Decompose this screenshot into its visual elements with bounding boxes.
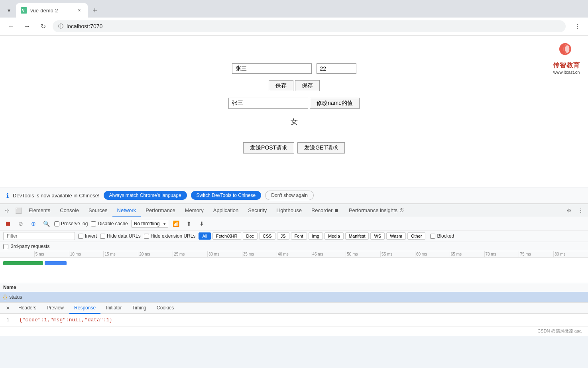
filter-chip-ws[interactable]: WS — [370, 232, 385, 240]
search-button[interactable]: 🔍 — [41, 219, 51, 228]
line-number: 1 — [6, 317, 14, 323]
address-bar: ← → ↻ ⓘ localhost:7070 ⋮ — [0, 18, 588, 35]
response-tab-bar: × Headers Preview Response Initiator Tim… — [0, 303, 588, 314]
devtools-device-icon[interactable]: ⬜ — [13, 205, 24, 216]
tab-performance[interactable]: Performance — [141, 204, 180, 217]
filter-chip-media[interactable]: Media — [324, 232, 344, 240]
disable-cache-label[interactable]: Disable cache — [91, 221, 128, 226]
line-code: {"code":1,"msg":null,"data":1} — [19, 317, 112, 323]
tab-recorder[interactable]: Recorder ⏺ — [307, 204, 344, 217]
devtools-more-icon[interactable]: ⋮ — [575, 205, 586, 216]
dont-show-again-button[interactable]: Don't show again — [265, 191, 314, 200]
wifi-icon-button[interactable]: 📶 — [171, 219, 181, 228]
tick-5ms: 5 ms — [34, 251, 69, 257]
filter-chip-other[interactable]: Other — [407, 232, 426, 240]
tab-lighthouse[interactable]: Lighthouse — [271, 204, 307, 217]
save-button-2[interactable]: 保存 — [295, 80, 320, 91]
throttle-select[interactable]: No throttling — [131, 220, 168, 228]
network-table-row[interactable]: {} status — [0, 292, 588, 302]
filter-chip-all[interactable]: All — [199, 232, 210, 240]
extensions: ⋮ — [569, 21, 583, 32]
filter-chip-manifest[interactable]: Manifest — [345, 232, 369, 240]
logo-brand-text: 传智教育 — [553, 61, 580, 70]
age-input[interactable] — [317, 63, 356, 74]
gender-display: 女 — [291, 117, 298, 126]
filter-chip-css[interactable]: CSS — [259, 232, 275, 240]
filter-chip-img[interactable]: Img — [309, 232, 323, 240]
tab-sources[interactable]: Sources — [84, 204, 112, 217]
third-party-checkbox[interactable] — [3, 244, 8, 249]
hide-data-urls-label[interactable]: Hide data URLs — [100, 233, 141, 239]
preserve-log-label[interactable]: Preserve log — [54, 221, 88, 226]
switch-chinese-button[interactable]: Switch DevTools to Chinese — [191, 191, 262, 200]
lock-icon: ⓘ — [58, 23, 63, 30]
tab-memory[interactable]: Memory — [180, 204, 208, 217]
response-tab-cookies[interactable]: Cookies — [152, 303, 179, 314]
tab-bar: ▾ V vue-demo-2 × + — [0, 0, 588, 18]
match-language-button[interactable]: Always match Chrome's language — [104, 191, 187, 200]
filter-chip-fetchxhr[interactable]: Fetch/XHR — [212, 232, 241, 240]
hide-ext-urls-checkbox[interactable] — [144, 234, 149, 239]
tick-0 — [0, 251, 34, 257]
tab-elements[interactable]: Elements — [24, 204, 55, 217]
invert-label[interactable]: Invert — [78, 233, 97, 239]
blocked-checkbox[interactable] — [430, 234, 435, 239]
record-stop-button[interactable]: ⏹ — [3, 219, 13, 228]
get-button[interactable]: 发送GET请求 — [297, 142, 345, 153]
post-button[interactable]: 发送POST请求 — [243, 142, 294, 153]
clear-button[interactable]: ⊘ — [16, 219, 26, 228]
response-tab-response[interactable]: Response — [69, 303, 100, 314]
filter-chip-font[interactable]: Font — [291, 232, 307, 240]
response-tab-timing[interactable]: Timing — [127, 303, 151, 314]
name-input[interactable] — [232, 63, 312, 74]
tab-application[interactable]: Application — [208, 204, 244, 217]
devtools-settings-icon[interactable]: ⚙ — [563, 205, 574, 216]
tick-20ms: 20 ms — [138, 251, 173, 257]
filter-chip-wasm[interactable]: Wasm — [386, 232, 406, 240]
response-tab-initiator[interactable]: Initiator — [101, 303, 126, 314]
tick-50ms: 50 ms — [346, 251, 380, 257]
response-tab-preview[interactable]: Preview — [42, 303, 69, 314]
response-tab-headers[interactable]: Headers — [14, 303, 41, 314]
disable-cache-checkbox[interactable] — [91, 221, 96, 226]
tick-80ms: 80 ms — [553, 251, 588, 257]
save-button-1[interactable]: 保存 — [269, 80, 293, 91]
download-icon-button[interactable]: ⬇ — [197, 219, 206, 228]
tab-close-button[interactable]: × — [76, 7, 83, 14]
tab-performance-insights[interactable]: Performance insights ⏱ — [344, 204, 409, 217]
forward-button[interactable]: → — [21, 20, 33, 33]
devtools-inspect-icon[interactable]: ⊹ — [2, 205, 13, 216]
extension-button[interactable]: ⋮ — [572, 21, 583, 32]
new-tab-button[interactable]: + — [89, 5, 100, 16]
bottom-bar-text: CSDN @清风微凉 aaa — [537, 329, 582, 333]
tab-security[interactable]: Security — [243, 204, 271, 217]
filter-icon-button[interactable]: ⊕ — [29, 219, 38, 228]
active-tab[interactable]: V vue-demo-2 × — [16, 3, 88, 18]
refresh-button[interactable]: ↻ — [37, 20, 49, 33]
devtools-tool-buttons: ⚙ ⋮ — [563, 205, 586, 216]
back-button[interactable]: ← — [5, 20, 18, 33]
url-bar[interactable]: ⓘ localhost:7070 — [53, 20, 566, 32]
response-close-button[interactable]: × — [3, 303, 13, 313]
bar-row-1 — [3, 261, 585, 266]
invert-checkbox[interactable] — [78, 234, 83, 239]
hide-ext-urls-label[interactable]: Hide extension URLs — [144, 233, 196, 239]
tab-console[interactable]: Console — [55, 204, 84, 217]
blocked-label[interactable]: Blocked — [430, 233, 454, 239]
tab-list-button[interactable]: ▾ — [3, 5, 14, 16]
logo-area: 传智教育 www.itcast.cn — [553, 39, 580, 75]
name-input-2[interactable] — [228, 98, 308, 109]
tick-45ms: 45 ms — [311, 251, 346, 257]
modify-name-button[interactable]: 修改name的值 — [310, 98, 360, 109]
filter-input[interactable] — [3, 232, 75, 240]
devtools-tab-bar: ⊹ ⬜ Elements Console Sources Network Per… — [0, 204, 588, 217]
hide-data-urls-checkbox[interactable] — [100, 234, 105, 239]
network-row-name: status — [9, 294, 22, 300]
filter-chip-js[interactable]: JS — [277, 232, 289, 240]
tab-network[interactable]: Network — [112, 204, 141, 217]
timeline-bars — [0, 258, 588, 269]
devtools-notification: ℹ DevTools is now available in Chinese! … — [0, 187, 588, 203]
preserve-log-checkbox[interactable] — [54, 221, 59, 226]
filter-chip-doc[interactable]: Doc — [243, 232, 258, 240]
upload-icon-button[interactable]: ⬆ — [184, 219, 194, 228]
